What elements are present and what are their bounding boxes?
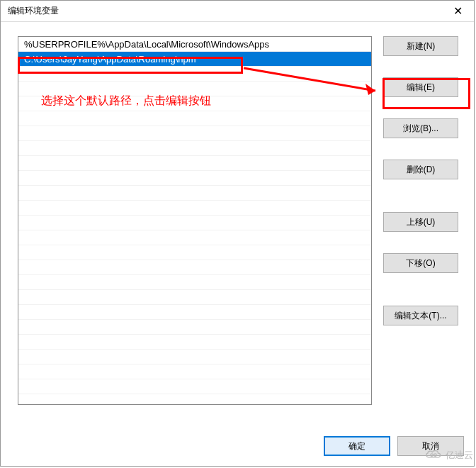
move-down-button[interactable]: 下移(O) xyxy=(383,253,458,273)
watermark-text: 亿速云 xyxy=(446,449,473,462)
edit-text-button[interactable]: 编辑文本(T)... xyxy=(383,306,458,325)
titlebar: 编辑环境变量 ✕ xyxy=(1,1,474,22)
watermark: 亿速云 xyxy=(424,447,473,462)
delete-button[interactable]: 删除(D) xyxy=(383,160,458,179)
path-listbox[interactable]: %USERPROFILE%\AppData\Local\Microsoft\Wi… xyxy=(18,36,372,405)
list-item[interactable]: C:\Users\JayYang\AppData\Roaming\npm xyxy=(18,52,371,67)
window-title: 编辑环境变量 xyxy=(8,5,59,17)
ok-button[interactable]: 确定 xyxy=(324,436,390,456)
list-rules xyxy=(18,67,371,404)
close-icon: ✕ xyxy=(453,4,463,18)
button-column: 新建(N) 编辑(E) 浏览(B)... 删除(D) 上移(U) 下移(O) 编… xyxy=(383,36,458,405)
browse-button[interactable]: 浏览(B)... xyxy=(383,118,458,138)
cloud-icon xyxy=(424,447,443,462)
list-item[interactable]: %USERPROFILE%\AppData\Local\Microsoft\Wi… xyxy=(18,37,371,52)
dialog-window: 编辑环境变量 ✕ %USERPROFILE%\AppData\Local\Mic… xyxy=(0,0,475,467)
edit-button[interactable]: 编辑(E) xyxy=(383,77,458,97)
move-up-button[interactable]: 上移(U) xyxy=(383,212,458,232)
close-button[interactable]: ✕ xyxy=(441,1,474,22)
content-area: %USERPROFILE%\AppData\Local\Microsoft\Wi… xyxy=(1,22,474,466)
footer-buttons: 确定 取消 xyxy=(1,436,464,456)
new-button[interactable]: 新建(N) xyxy=(383,36,458,56)
svg-point-3 xyxy=(434,454,437,457)
svg-point-2 xyxy=(431,454,434,457)
